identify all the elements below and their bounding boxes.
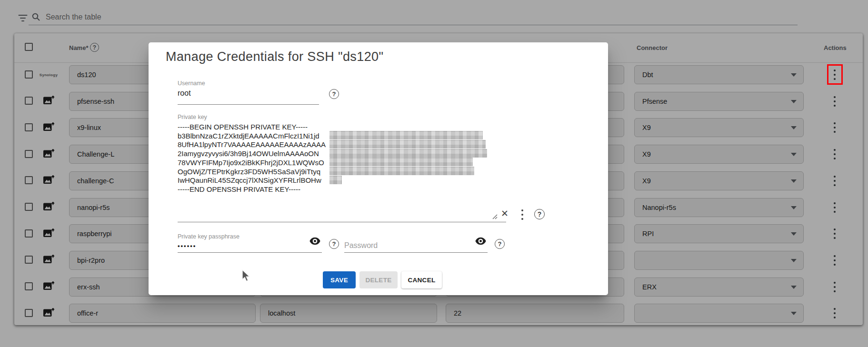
redacted-key-blur — [329, 140, 486, 149]
delete-button[interactable]: DELETE — [359, 271, 398, 288]
redacted-key-blur — [329, 176, 342, 184]
username-help-icon[interactable]: ? — [329, 89, 339, 99]
dialog-title: Manage Credentials for SSH "ds120" — [166, 50, 384, 64]
cancel-button[interactable]: CANCEL — [401, 271, 442, 288]
private-key-textarea[interactable]: -----BEGIN OPENSSH PRIVATE KEY----- b3Bl… — [178, 123, 326, 194]
show-passphrase-icon[interactable] — [309, 237, 320, 247]
redacted-key-blur — [329, 167, 474, 175]
passphrase-help-icon[interactable]: ? — [329, 239, 339, 249]
passphrase-input[interactable]: •••••• — [178, 242, 196, 249]
redacted-key-blur — [329, 149, 487, 158]
password-underline — [344, 252, 488, 253]
save-button[interactable]: SAVE — [323, 271, 356, 288]
key-options-icon[interactable] — [519, 209, 526, 220]
show-password-icon[interactable] — [475, 237, 486, 247]
redacted-key-blur — [329, 158, 473, 166]
password-help-icon[interactable]: ? — [495, 239, 505, 249]
private-key-label: Private key — [178, 114, 207, 120]
highlight-box — [827, 64, 843, 85]
manage-credentials-dialog: Manage Credentials for SSH "ds120" Usern… — [149, 42, 608, 295]
passphrase-label: Private key passphrase — [178, 233, 239, 240]
clear-key-icon[interactable]: ✕ — [501, 208, 509, 219]
mouse-cursor — [242, 269, 251, 285]
username-underline — [178, 104, 319, 105]
username-label: Username — [178, 80, 205, 87]
username-input[interactable]: root — [178, 89, 191, 98]
private-key-underline — [178, 222, 506, 222]
private-key-help-icon[interactable]: ? — [534, 209, 545, 219]
redacted-key-blur — [329, 131, 483, 139]
passphrase-underline — [178, 252, 322, 253]
password-input[interactable]: Password — [344, 241, 378, 250]
app-root: Search the table Name* ? Connector Actio… — [0, 0, 868, 347]
resize-handle[interactable] — [491, 213, 498, 219]
